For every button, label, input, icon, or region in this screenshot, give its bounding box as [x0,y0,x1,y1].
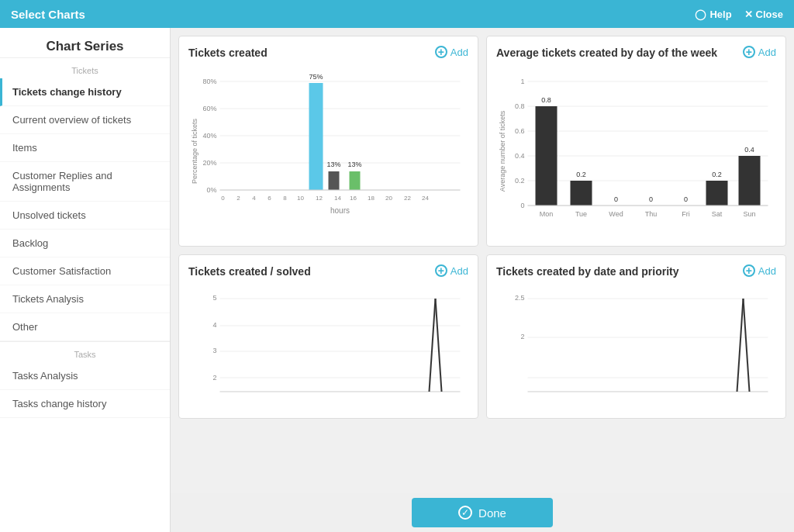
svg-text:40%: 40% [202,132,216,140]
close-button[interactable]: ✕ Close [744,9,783,20]
sidebar-item-items[interactable]: Items [0,134,170,162]
svg-text:Thu: Thu [645,210,658,218]
sidebar: Chart Series Tickets Tickets change hist… [0,28,171,532]
svg-text:hours: hours [330,206,350,215]
svg-text:14: 14 [334,195,341,202]
add-button-3[interactable]: + Add [435,264,468,277]
charts-area: Tickets created + Add Percentage of tick… [171,28,794,532]
svg-text:0.6: 0.6 [515,127,525,135]
svg-text:0.2: 0.2 [712,171,722,178]
sidebar-item-customer-satisfaction[interactable]: Customer Satisfaction [0,257,170,285]
svg-text:0: 0 [684,195,688,203]
svg-text:18: 18 [368,195,375,202]
plus-circle-icon-4: + [743,264,755,277]
svg-text:0: 0 [221,195,225,202]
chart-series-title: Chart Series [0,28,170,57]
chart-avg-by-day: Average tickets created by day of the we… [486,36,786,247]
svg-text:13%: 13% [347,161,361,168]
sidebar-item-current-overview[interactable]: Current overview of tickets [0,106,170,134]
chart-area-1: Percentage of tickets 80% 60% 40% 20% 0%… [188,66,468,237]
chart-area-3: 5 4 3 2 [188,285,468,409]
svg-text:16: 16 [350,195,357,202]
chart-title-2: Average tickets created by day of the we… [496,46,737,60]
chart-title-1: Tickets created [188,46,429,60]
header-title: Select Charts [11,8,85,21]
plus-circle-icon-1: + [435,46,447,58]
chart-area-2: Average number of tickets 1 0.8 0.6 0.4 … [496,66,776,237]
svg-text:22: 22 [404,195,411,202]
chart-header-4: Tickets created by date and priority + A… [496,264,776,278]
sidebar-item-tickets-change-history[interactable]: Tickets change history [0,78,170,106]
header: Select Charts ◯ Help ✕ Close [0,0,794,28]
svg-text:0.2: 0.2 [515,177,525,185]
svg-rect-55 [706,181,728,206]
svg-text:80%: 80% [202,78,216,85]
chart-title-4: Tickets created by date and priority [496,264,737,278]
svg-text:3: 3 [212,347,216,354]
svg-text:Sun: Sun [743,210,755,218]
svg-rect-45 [536,106,558,206]
svg-text:12: 12 [316,195,323,202]
svg-text:0%: 0% [206,186,216,194]
chart-svg-1: Percentage of tickets 80% 60% 40% 20% 0%… [188,66,468,237]
svg-text:4: 4 [212,321,216,329]
sidebar-item-tickets-analysis[interactable]: Tickets Analysis [0,285,170,313]
svg-text:20: 20 [385,195,392,202]
svg-text:10: 10 [297,195,304,202]
svg-text:0.4: 0.4 [744,146,754,154]
sidebar-item-other[interactable]: Other [0,313,170,341]
help-button[interactable]: ◯ Help [695,9,731,20]
tickets-section-label: Tickets [0,57,170,78]
chart-header-3: Tickets created / solved + Add [188,264,468,278]
svg-text:2: 2 [212,374,216,382]
svg-text:0.8: 0.8 [515,102,525,110]
svg-text:2.5: 2.5 [515,294,525,302]
svg-text:0.4: 0.4 [515,152,525,160]
done-button[interactable]: ✓ Done [412,498,553,527]
svg-text:0.2: 0.2 [576,171,586,178]
chart-tickets-created-solved: Tickets created / solved + Add 5 4 3 2 [178,254,478,419]
svg-text:0: 0 [520,202,524,209]
svg-text:2: 2 [520,333,524,340]
chart-svg-3: 5 4 3 2 [188,285,468,409]
chart-tickets-by-priority: Tickets created by date and priority + A… [486,254,786,419]
svg-text:13%: 13% [326,161,340,168]
svg-rect-47 [571,181,592,206]
svg-text:24: 24 [422,195,429,202]
add-button-4[interactable]: + Add [743,264,776,277]
sidebar-item-unsolved-tickets[interactable]: Unsolved tickets [0,202,170,230]
chart-svg-4: 2.5 2 [496,285,776,409]
svg-text:20%: 20% [202,159,216,167]
tasks-section-label: Tasks [0,341,170,362]
svg-text:6: 6 [268,195,271,202]
svg-rect-11 [309,83,323,190]
sidebar-item-tasks-change-history[interactable]: Tasks change history [0,390,170,418]
chart-svg-2: Average number of tickets 1 0.8 0.6 0.4 … [496,66,776,237]
svg-text:2: 2 [236,195,240,202]
svg-text:Percentage of tickets: Percentage of tickets [191,119,198,185]
svg-text:Fri: Fri [682,210,690,218]
sidebar-item-backlog[interactable]: Backlog [0,230,170,257]
svg-text:4: 4 [252,195,256,202]
sidebar-item-customer-replies[interactable]: Customer Replies and Assignments [0,162,170,202]
svg-text:Mon: Mon [540,210,554,218]
close-icon: ✕ [744,9,753,20]
svg-text:5: 5 [212,294,216,302]
svg-text:1: 1 [520,78,524,85]
svg-text:0: 0 [649,195,653,203]
check-icon: ✓ [458,506,472,520]
sidebar-item-tasks-analysis[interactable]: Tasks Analysis [0,362,170,390]
svg-text:60%: 60% [202,105,216,112]
chart-header-1: Tickets created + Add [188,46,468,60]
main-container: Chart Series Tickets Tickets change hist… [0,28,794,532]
add-button-1[interactable]: + Add [435,46,468,58]
chart-tickets-created: Tickets created + Add Percentage of tick… [178,36,478,247]
svg-text:Average number of tickets: Average number of tickets [499,110,506,192]
svg-text:Sat: Sat [712,210,723,218]
svg-text:0.8: 0.8 [541,96,551,104]
add-button-2[interactable]: + Add [743,46,776,58]
done-bar: ✓ Done [171,493,794,532]
plus-circle-icon-2: + [743,46,755,58]
svg-rect-13 [329,171,340,190]
svg-text:Tue: Tue [575,210,587,218]
